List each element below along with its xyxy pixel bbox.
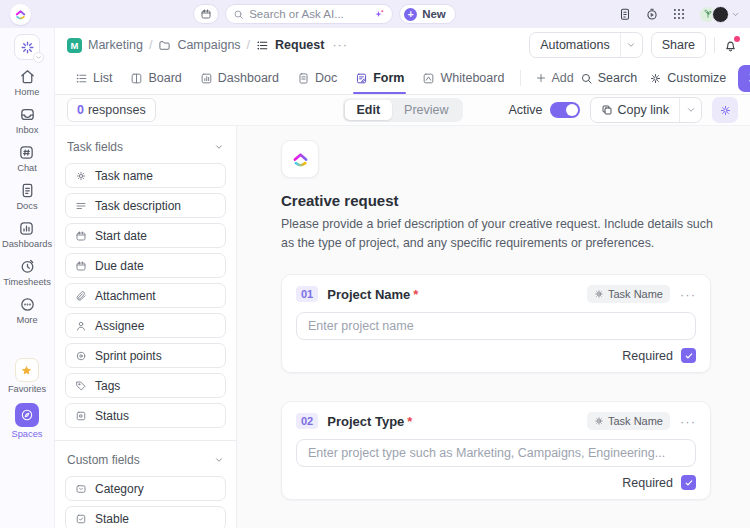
rail-item-dashboards[interactable]: Dashboards	[2, 220, 52, 249]
new-button[interactable]: + New	[399, 4, 456, 24]
required-checkbox[interactable]	[681, 475, 696, 490]
share-button[interactable]: Share	[651, 32, 706, 58]
custom-fields-section-header[interactable]: Custom fields	[67, 453, 224, 467]
tab-list[interactable]: List	[67, 62, 120, 94]
field-chip-tags[interactable]: Tags	[65, 373, 226, 398]
rail-item-home[interactable]: Home	[15, 68, 40, 97]
task-fields-section-header[interactable]: Task fields	[67, 140, 224, 154]
project-type-input[interactable]	[296, 439, 696, 467]
mapped-field-badge[interactable]: Task Name	[587, 412, 670, 430]
global-search-input[interactable]	[249, 8, 368, 20]
required-asterisk: *	[407, 414, 412, 429]
divider	[714, 37, 715, 53]
field-chip-status[interactable]: Status	[65, 403, 226, 428]
account-avatars[interactable]	[699, 6, 740, 23]
checkbox-icon	[75, 513, 87, 525]
field-number-badge: 02	[296, 413, 318, 429]
doc-icon	[297, 72, 310, 85]
chevron-down-icon[interactable]	[679, 98, 701, 122]
copy-link-button[interactable]: Copy link	[590, 97, 702, 123]
active-toggle-group: Active	[509, 102, 580, 118]
add-view-button[interactable]: Add	[529, 62, 579, 94]
customize-button[interactable]: Customize	[649, 71, 726, 85]
field-chip-task-name[interactable]: Task name	[65, 163, 226, 188]
topbar-center: + New	[193, 4, 456, 24]
field-chip-start-date[interactable]: Start date	[65, 223, 226, 248]
calendar-button[interactable]	[193, 4, 219, 24]
workspace-switcher[interactable]	[14, 34, 40, 60]
rail-item-chat[interactable]: Chat	[17, 144, 37, 173]
person-icon	[75, 320, 87, 332]
view-search-button[interactable]: Search	[580, 71, 638, 85]
tab-doc[interactable]: Doc	[289, 62, 345, 94]
tab-dashboard[interactable]: Dashboard	[192, 62, 287, 94]
chevron-down-icon	[33, 52, 44, 63]
field-chip-assignee[interactable]: Assignee	[65, 313, 226, 338]
divider	[55, 440, 236, 441]
chevron-down-icon[interactable]	[620, 33, 642, 57]
dropdown-icon	[75, 483, 87, 495]
mapped-field-badge[interactable]: Task Name	[587, 285, 670, 303]
fields-panel: Task fields Task name Task description S…	[55, 126, 237, 528]
field-chip-stable[interactable]: Stable	[65, 506, 226, 528]
breadcrumb-folder[interactable]: Campaigns	[177, 38, 240, 52]
calendar-icon	[75, 260, 87, 272]
rail-item-inbox[interactable]: Inbox	[16, 106, 39, 135]
board-icon	[130, 72, 143, 85]
tab-form[interactable]: Form	[347, 62, 412, 94]
global-topbar: + New	[0, 0, 750, 28]
field-menu-button[interactable]: ···	[680, 287, 696, 302]
add-task-button[interactable]: Add Task	[738, 65, 750, 92]
notepad-icon[interactable]	[618, 7, 632, 21]
topbar-right	[618, 6, 740, 23]
rail-item-timesheets[interactable]: Timesheets	[3, 258, 51, 287]
header-actions: Automations Share	[529, 32, 738, 58]
notifications-button[interactable]	[723, 38, 738, 53]
clickup-mark-icon	[291, 150, 310, 169]
rail-item-spaces[interactable]: Spaces	[11, 403, 42, 439]
project-name-input[interactable]	[296, 312, 696, 340]
field-chip-due-date[interactable]: Due date	[65, 253, 226, 278]
rail-item-docs[interactable]: Docs	[16, 182, 37, 211]
breadcrumb-view[interactable]: Request	[275, 38, 324, 52]
responses-button[interactable]: 0 responses	[67, 98, 156, 122]
edit-preview-segment: Edit Preview	[342, 98, 462, 122]
form-settings-button[interactable]	[712, 97, 738, 123]
home-icon	[19, 68, 36, 85]
time-tracker-icon[interactable]	[645, 7, 659, 21]
automations-button[interactable]: Automations	[529, 32, 642, 58]
field-chip-sprint-points[interactable]: Sprint points	[65, 343, 226, 368]
dashboards-icon	[18, 220, 35, 237]
clickup-logo[interactable]	[10, 4, 31, 25]
breadcrumb-menu[interactable]: ···	[332, 38, 348, 52]
form-title: Creative request	[281, 192, 711, 209]
task-name-icon	[75, 170, 87, 182]
global-search[interactable]	[225, 4, 393, 24]
breadcrumb: M Marketing / Campaigns / Request ···	[67, 38, 348, 53]
active-toggle[interactable]	[550, 102, 580, 118]
tab-whiteboard[interactable]: Whiteboard	[414, 62, 512, 94]
field-chip-attachment[interactable]: Attachment	[65, 283, 226, 308]
rail-item-more[interactable]: More	[16, 296, 37, 325]
space-badge[interactable]: M	[67, 38, 82, 53]
rail-item-favorites[interactable]: Favorites	[8, 358, 46, 394]
field-menu-button[interactable]: ···	[680, 414, 696, 429]
breadcrumb-space[interactable]: Marketing	[88, 38, 143, 52]
field-chip-category[interactable]: Category	[65, 476, 226, 501]
search-icon	[580, 72, 593, 85]
apps-grid-icon[interactable]	[672, 7, 686, 21]
status-icon	[75, 410, 87, 422]
field-chip-task-description[interactable]: Task description	[65, 193, 226, 218]
preview-tab[interactable]: Preview	[392, 100, 460, 120]
clickup-mark-icon	[14, 8, 27, 21]
required-checkbox[interactable]	[681, 348, 696, 363]
field-number-badge: 01	[296, 286, 318, 302]
chevron-down-icon	[214, 455, 224, 465]
whiteboard-icon	[422, 72, 435, 85]
form-toolbar: 0 responses Edit Preview Active Co	[55, 95, 750, 126]
edit-tab[interactable]: Edit	[344, 100, 392, 120]
tab-board[interactable]: Board	[122, 62, 189, 94]
clickup-app: + New	[0, 0, 750, 528]
compass-icon	[20, 408, 34, 422]
notification-dot	[734, 36, 740, 42]
